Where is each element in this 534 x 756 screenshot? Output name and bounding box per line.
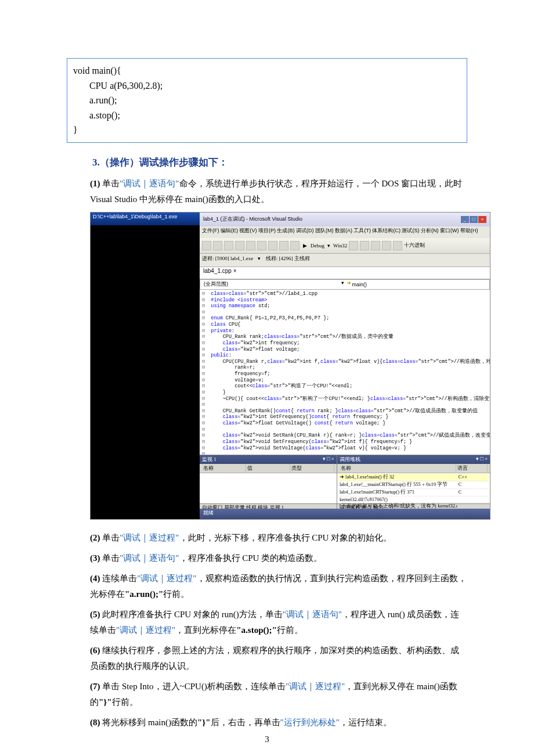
screenshot-visual-studio: D:\C++lab\lab4_1\Debug\lab4_1.exe lab4_1… bbox=[90, 212, 490, 520]
watch-title: 监视 1 bbox=[202, 456, 217, 463]
toolbar-icon[interactable] bbox=[371, 241, 380, 250]
toolbar-icon[interactable] bbox=[246, 241, 255, 250]
toolbar-icon[interactable] bbox=[202, 241, 211, 250]
step-6: (6) 继续执行程序，参照上述的方法，观察程序的执行顺序，加深对类的构造函数、析… bbox=[90, 643, 467, 674]
code-line: a.run(); bbox=[73, 93, 461, 108]
watch-col-name: 名称 bbox=[202, 465, 246, 472]
toolbar-icon[interactable] bbox=[235, 241, 244, 250]
hex-label[interactable]: 十六进制 bbox=[404, 242, 425, 249]
toolbar-icon[interactable] bbox=[268, 241, 277, 250]
toolbar-icon[interactable] bbox=[393, 241, 402, 250]
step-4: (4) 连续单击"调试｜逐过程"，观察构造函数的执行情况，直到执行完构造函数，程… bbox=[90, 571, 467, 602]
toolbar-icon[interactable] bbox=[290, 241, 300, 250]
panel-controls-icon[interactable]: ▾ □ × bbox=[323, 456, 334, 463]
toolbar-icon[interactable] bbox=[224, 241, 233, 250]
status-bar: 就绪 bbox=[200, 509, 490, 519]
code-block: void main(){ CPU a(P6,300,2.8); a.run();… bbox=[67, 58, 467, 143]
toolbar-icon[interactable] bbox=[213, 241, 222, 250]
toolbar-icon[interactable] bbox=[360, 241, 369, 250]
vs-toolbar[interactable]: ▶Debug ▾Win32 十六进制 bbox=[200, 238, 490, 254]
page-number: 3 bbox=[0, 735, 534, 744]
config-dropdown[interactable]: Debug bbox=[311, 243, 324, 249]
step-7: (7) 单击 Step Into，进入~CPU()析构函数，连续单击"调试｜逐过… bbox=[90, 679, 467, 710]
panel-controls-icon[interactable]: ▾ □ × bbox=[476, 456, 488, 463]
step-2: (2) 单击"调试｜逐过程"，此时，光标下移，程序准备执行 CPU 对象的初始化… bbox=[90, 530, 467, 546]
vs-titlebar: lab4_1 (正在调试) - Microsoft Visual Studio … bbox=[200, 213, 490, 226]
vs-title-text: lab4_1 (正在调试) - Microsoft Visual Studio bbox=[203, 215, 302, 223]
callstack-title: 调用堆栈 bbox=[340, 456, 360, 463]
dos-window-title: D:\C++lab\lab4_1\Debug\lab4_1.exe bbox=[91, 213, 200, 225]
thread-dropdown[interactable]: 线程: [4296] 主线程 bbox=[266, 255, 310, 261]
code-line: a.stop(); bbox=[73, 108, 461, 123]
step-3: (3) 单击"调试｜逐语句"，程序准备执行 CPU 类的构造函数。 bbox=[90, 550, 467, 566]
scope-right[interactable] bbox=[351, 280, 488, 289]
code-line: CPU a(P6,300,2.8); bbox=[73, 78, 461, 93]
call-col-lang: 语言 bbox=[456, 465, 488, 472]
watch-col-type: 类型 bbox=[290, 465, 334, 472]
watch-col-value: 值 bbox=[246, 465, 290, 472]
scope-left[interactable] bbox=[203, 280, 339, 289]
toolbar-icon[interactable] bbox=[382, 241, 391, 250]
step-8: (8) 将光标移到 main()函数的"}"后，右击，再单击"运行到光标处"，运… bbox=[90, 715, 467, 730]
close-icon[interactable]: × bbox=[478, 216, 486, 223]
code-line: void main(){ bbox=[73, 63, 461, 78]
watch-panel[interactable]: 监视 1▾ □ × 名称 值 类型 自动窗口 局部变量 线程 模块 监视 1 bbox=[200, 455, 337, 510]
arrow-icon: ➜ bbox=[347, 280, 351, 289]
step-1: (1) 单击"调试｜逐语句"命令，系统进行单步执行状态，程序开始运行，一个 DO… bbox=[90, 176, 467, 207]
maximize-icon[interactable]: □ bbox=[470, 216, 478, 223]
section-heading: 3.（操作）调试操作步骤如下： bbox=[67, 156, 467, 169]
dos-window: D:\C++lab\lab4_1\Debug\lab4_1.exe bbox=[91, 213, 200, 519]
minimize-icon[interactable]: _ bbox=[461, 216, 469, 223]
platform-dropdown[interactable]: Win32 bbox=[333, 243, 347, 249]
scope-bar[interactable]: ▾ ➜ bbox=[200, 279, 490, 290]
step-5: (5) 此时程序准备执行 CPU 对象的 run()方法，单击"调试｜逐语句"，… bbox=[90, 607, 467, 638]
callstack-panel[interactable]: 调用堆栈▾ □ × 名称 语言 ➜ lab4_1.exe!main() 行 32… bbox=[337, 455, 490, 510]
process-dropdown[interactable]: 进程: [5900] lab4_1.exe bbox=[202, 255, 253, 261]
code-line: } bbox=[73, 123, 461, 138]
toolbar-icon[interactable] bbox=[257, 241, 266, 250]
toolbar-icon[interactable] bbox=[349, 241, 358, 250]
vs-debug-toolbar: 进程: [5900] lab4_1.exe ▾ 线程: [4296] 主线程 bbox=[200, 254, 490, 267]
toolbar-icon[interactable] bbox=[279, 241, 288, 250]
call-col-name: 名称 bbox=[340, 465, 456, 472]
code-editor[interactable]: ⊟ class=class="str">"cmt">//lab4_1.cpp ⊟… bbox=[200, 290, 490, 466]
visual-studio-window: lab4_1 (正在调试) - Microsoft Visual Studio … bbox=[200, 213, 490, 519]
vs-menubar[interactable]: 文件(F) 编辑(E) 视图(V) 项目(P) 生成(B) 调试(D) 团队(M… bbox=[200, 226, 490, 238]
editor-tab[interactable]: lab4_1.cpp × bbox=[200, 267, 490, 279]
